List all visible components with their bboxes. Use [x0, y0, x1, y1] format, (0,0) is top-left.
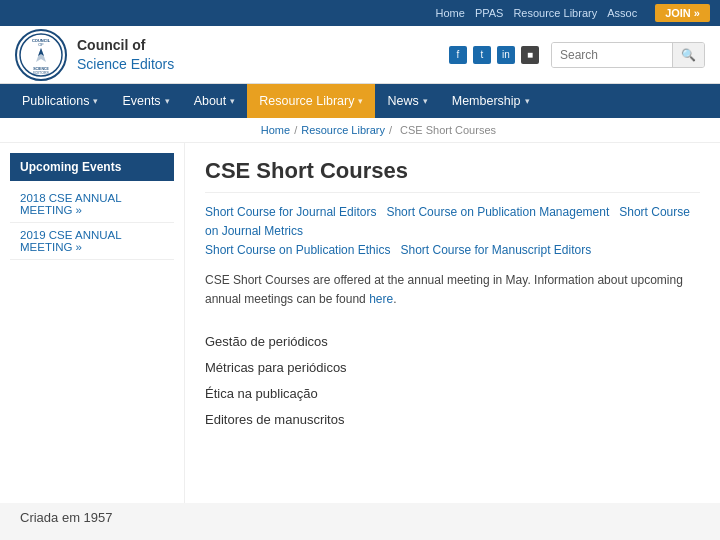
course-link-5[interactable]: Short Course for Manuscript Editors	[400, 243, 591, 257]
topbar-home-link[interactable]: Home	[436, 7, 465, 19]
footer-text: Criada em 1957	[20, 510, 113, 525]
topbar-ppas-link[interactable]: PPAS	[475, 7, 504, 19]
breadcrumb-sep1: /	[294, 124, 297, 136]
course-link-2[interactable]: Short Course on Publication Management	[386, 205, 609, 219]
breadcrumb-resource[interactable]: Resource Library	[301, 124, 385, 136]
nav-news[interactable]: News ▾	[375, 84, 439, 118]
translation-line-1: Gestão de periódicos	[205, 329, 700, 355]
header: COUNCIL OF SCIENCE EDITORS Council of Sc…	[0, 26, 720, 84]
search-button[interactable]: 🔍	[672, 43, 704, 67]
breadcrumb-sep2: /	[389, 124, 392, 136]
search-input[interactable]	[552, 43, 672, 67]
course-link-4[interactable]: Short Course on Publication Ethics	[205, 243, 390, 257]
linkedin-icon[interactable]: in	[497, 46, 515, 64]
translation-line-4: Editores de manuscritos	[205, 407, 700, 433]
sidebar-item-2018[interactable]: 2018 CSE ANNUAL MEETING »	[10, 186, 174, 223]
join-button[interactable]: JOIN »	[655, 4, 710, 22]
top-bar-links: Home PPAS Resource Library Assoc	[10, 7, 647, 19]
translation-line-3: Ética na publicação	[205, 381, 700, 407]
main-content: Upcoming Events 2018 CSE ANNUAL MEETING …	[0, 143, 720, 503]
publications-arrow: ▾	[93, 96, 98, 106]
nav-membership[interactable]: Membership ▾	[440, 84, 542, 118]
logo-area: COUNCIL OF SCIENCE EDITORS Council of Sc…	[15, 29, 449, 81]
svg-text:EDITORS: EDITORS	[33, 71, 49, 75]
logo-text: Council of Science Editors	[77, 36, 174, 72]
events-arrow: ▾	[165, 96, 170, 106]
content-area: CSE Short Courses Short Course for Journ…	[185, 143, 720, 503]
about-arrow: ▾	[230, 96, 235, 106]
here-link[interactable]: here	[369, 292, 393, 306]
course-description: CSE Short Courses are offered at the ann…	[205, 271, 700, 309]
breadcrumb: Home / Resource Library / CSE Short Cour…	[0, 118, 720, 143]
breadcrumb-current: CSE Short Courses	[400, 124, 496, 136]
course-link-1[interactable]: Short Course for Journal Editors	[205, 205, 376, 219]
top-bar: Home PPAS Resource Library Assoc JOIN »	[0, 0, 720, 26]
breadcrumb-home[interactable]: Home	[261, 124, 290, 136]
twitter-icon[interactable]: t	[473, 46, 491, 64]
sidebar-item-2019[interactable]: 2019 CSE ANNUAL MEETING »	[10, 223, 174, 260]
membership-arrow: ▾	[525, 96, 530, 106]
topbar-assoc-link[interactable]: Assoc	[607, 7, 637, 19]
sidebar-title: Upcoming Events	[10, 153, 174, 181]
logo-line2: Science Editors	[77, 55, 174, 73]
topbar-resource-link[interactable]: Resource Library	[513, 7, 597, 19]
social-icons: f t in ■	[449, 46, 539, 64]
facebook-icon[interactable]: f	[449, 46, 467, 64]
search-box: 🔍	[551, 42, 705, 68]
translation-block: Gestão de periódicos Métricas para perió…	[205, 329, 700, 433]
svg-text:OF: OF	[38, 42, 44, 47]
logo-svg: COUNCIL OF SCIENCE EDITORS	[18, 32, 64, 78]
page-title: CSE Short Courses	[205, 158, 700, 193]
nav-publications[interactable]: Publications ▾	[10, 84, 110, 118]
logo-circle: COUNCIL OF SCIENCE EDITORS	[15, 29, 67, 81]
header-right: f t in ■ 🔍	[449, 42, 705, 68]
news-arrow: ▾	[423, 96, 428, 106]
translation-line-2: Métricas para periódicos	[205, 355, 700, 381]
nav-about[interactable]: About ▾	[182, 84, 248, 118]
nav-bar: Publications ▾ Events ▾ About ▾ Resource…	[0, 84, 720, 118]
course-links: Short Course for Journal Editors Short C…	[205, 203, 700, 261]
nav-resource-library[interactable]: Resource Library ▾	[247, 84, 375, 118]
nav-events[interactable]: Events ▾	[110, 84, 181, 118]
sidebar: Upcoming Events 2018 CSE ANNUAL MEETING …	[0, 143, 185, 503]
logo-line1: Council of	[77, 36, 174, 54]
resource-arrow: ▾	[358, 96, 363, 106]
social-icon-4[interactable]: ■	[521, 46, 539, 64]
